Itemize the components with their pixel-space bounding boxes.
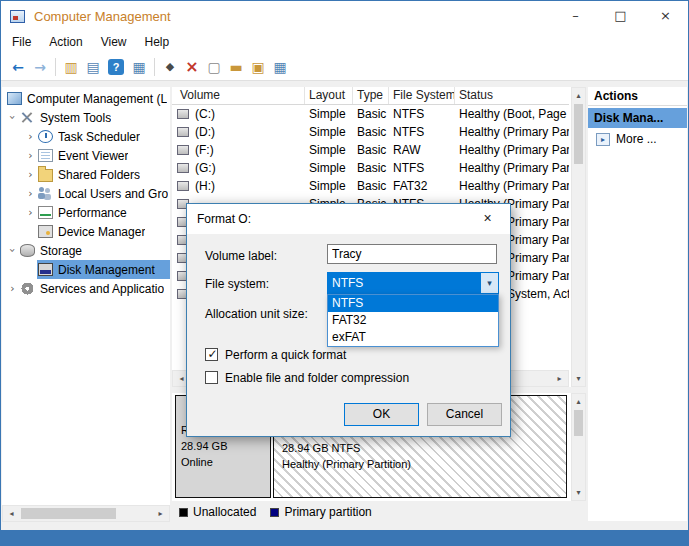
- open-folder-icon[interactable]: ▣: [247, 56, 269, 78]
- scroll-down-icon[interactable]: ▾: [572, 371, 585, 386]
- notification-icon[interactable]: ◆: [159, 56, 181, 78]
- drive-icon[interactable]: ▬: [225, 56, 247, 78]
- volume-layout: Simple: [305, 123, 353, 141]
- column-header-layout[interactable]: Layout: [305, 87, 353, 104]
- volume-status: Healthy (Boot, Page F: [455, 105, 569, 123]
- sidebar-item-performance[interactable]: › Performance: [2, 203, 170, 222]
- close-button[interactable]: ×: [643, 1, 688, 30]
- chevron-right-icon[interactable]: ›: [24, 130, 37, 143]
- table-row[interactable]: (G:) Simple Basic NTFS Healthy (Primary …: [172, 159, 569, 177]
- menu-view[interactable]: View: [92, 35, 136, 49]
- chevron-down-icon[interactable]: ▾: [481, 273, 498, 293]
- compression-label: Enable file and folder compression: [225, 371, 409, 385]
- tree-horizontal-scrollbar[interactable]: ◂ ▸: [2, 505, 170, 522]
- sidebar-item-disk-management[interactable]: Disk Management: [2, 260, 170, 279]
- dropdown-option-exfat[interactable]: exFAT: [328, 329, 498, 346]
- volume-label-input[interactable]: [327, 244, 497, 264]
- show-console-tree-icon[interactable]: ▥: [60, 56, 82, 78]
- more-actions-label: More ...: [616, 132, 657, 146]
- file-system-dropdown: NTFS FAT32 exFAT: [327, 294, 499, 347]
- scroll-up-icon[interactable]: ▴: [572, 394, 585, 409]
- sidebar-item-system-tools[interactable]: › System Tools: [2, 108, 170, 127]
- volume-status: Healthy (Primary Part: [455, 141, 569, 159]
- device-manager-icon: [38, 225, 53, 238]
- sidebar-item-label: Task Scheduler: [58, 130, 140, 144]
- task-scheduler-icon: [38, 130, 53, 143]
- window-bottom-border: [1, 530, 688, 545]
- scroll-left-icon[interactable]: ◂: [3, 506, 20, 521]
- chevron-right-icon[interactable]: ›: [24, 168, 37, 181]
- compression-row[interactable]: Enable file and folder compression: [205, 370, 409, 385]
- scrollbar-thumb[interactable]: [574, 104, 583, 164]
- table-row[interactable]: (F:) Simple Basic RAW Healthy (Primary P…: [172, 141, 569, 159]
- dialog-title-bar[interactable]: Format O: ×: [187, 204, 510, 234]
- close-icon[interactable]: ×: [465, 204, 510, 233]
- maximize-button[interactable]: □: [598, 1, 643, 30]
- forward-icon[interactable]: →: [29, 56, 51, 78]
- sidebar-item-shared-folders[interactable]: › Shared Folders: [2, 165, 170, 184]
- more-actions-item[interactable]: ▸ More ...: [588, 128, 687, 150]
- graphical-view-vertical-scrollbar[interactable]: ▴ ▾: [571, 393, 586, 501]
- dropdown-option-fat32[interactable]: FAT32: [328, 312, 498, 329]
- dialog-title: Format O:: [187, 212, 251, 226]
- quick-format-checkbox[interactable]: ✓: [205, 348, 218, 361]
- column-header-type[interactable]: Type: [353, 87, 389, 104]
- menu-file[interactable]: File: [3, 35, 40, 49]
- sidebar-item-label: Computer Management (L: [27, 92, 167, 106]
- new-volume-icon[interactable]: ▢: [203, 56, 225, 78]
- compression-checkbox[interactable]: [205, 371, 218, 384]
- views-icon[interactable]: ▦: [269, 56, 291, 78]
- chevron-down-icon[interactable]: ›: [6, 244, 19, 257]
- column-header-volume[interactable]: Volume: [172, 87, 305, 104]
- menu-action[interactable]: Action: [40, 35, 91, 49]
- table-row[interactable]: (C:) Simple Basic NTFS Healthy (Boot, Pa…: [172, 105, 569, 123]
- scroll-up-icon[interactable]: ▴: [572, 88, 585, 103]
- volume-status: Healthy (Primary Part: [455, 123, 569, 141]
- title-bar[interactable]: Computer Management – □ ×: [1, 1, 688, 31]
- volume-layout: Simple: [305, 141, 353, 159]
- scroll-down-icon[interactable]: ▾: [572, 485, 585, 500]
- file-system-select[interactable]: NTFS ▾: [327, 272, 499, 294]
- chevron-right-icon[interactable]: ›: [24, 187, 37, 200]
- sidebar-item-computer-management[interactable]: Computer Management (L: [2, 89, 170, 108]
- sidebar-item-task-scheduler[interactable]: › Task Scheduler: [2, 127, 170, 146]
- dropdown-option-ntfs[interactable]: NTFS: [328, 295, 498, 312]
- scrollbar-thumb[interactable]: [574, 410, 583, 436]
- check-icon: ✓: [206, 347, 219, 361]
- sidebar-item-label: Event Viewer: [58, 149, 128, 163]
- properties-icon[interactable]: ▦: [128, 56, 150, 78]
- sidebar-item-storage[interactable]: › Storage: [2, 241, 170, 260]
- delete-volume-icon[interactable]: ×: [181, 56, 203, 78]
- sidebar-item-services-applications[interactable]: › Services and Applicatio: [2, 279, 170, 298]
- partition-size: 28.94 GB NTFS: [282, 440, 566, 456]
- ok-button[interactable]: OK: [344, 403, 419, 426]
- sidebar-item-device-manager[interactable]: Device Manager: [2, 222, 170, 241]
- chevron-right-icon[interactable]: ›: [24, 149, 37, 162]
- quick-format-row[interactable]: ✓ Perform a quick format: [205, 347, 346, 362]
- actions-disk-management-section[interactable]: Disk Mana...: [588, 108, 687, 128]
- column-header-status[interactable]: Status: [455, 87, 569, 104]
- allocation-unit-size-label: Allocation unit size:: [205, 307, 308, 321]
- table-row[interactable]: (H:) Simple Basic FAT32 Healthy (Primary…: [172, 177, 569, 195]
- table-row[interactable]: (D:) Simple Basic NTFS Healthy (Primary …: [172, 123, 569, 141]
- chevron-right-icon[interactable]: ›: [6, 282, 19, 295]
- help-icon[interactable]: ?: [108, 59, 124, 75]
- cancel-button[interactable]: Cancel: [427, 403, 502, 426]
- sidebar-item-label: Performance: [58, 206, 127, 220]
- scrollbar-thumb[interactable]: [21, 508, 116, 519]
- volume-filesystem: NTFS: [389, 105, 455, 123]
- column-header-filesystem[interactable]: File System: [389, 87, 455, 104]
- back-icon[interactable]: ←: [7, 56, 29, 78]
- scroll-right-icon[interactable]: ▸: [551, 371, 568, 386]
- menu-help[interactable]: Help: [136, 35, 179, 49]
- chevron-right-icon[interactable]: ›: [24, 206, 37, 219]
- minimize-button[interactable]: –: [553, 1, 598, 30]
- export-list-icon[interactable]: ▤: [82, 56, 104, 78]
- volume-list-vertical-scrollbar[interactable]: ▴ ▾: [571, 87, 586, 387]
- chevron-down-icon[interactable]: ›: [6, 111, 19, 124]
- scroll-right-icon[interactable]: ▸: [152, 506, 169, 521]
- sidebar-item-event-viewer[interactable]: › Event Viewer: [2, 146, 170, 165]
- sidebar-item-label: Services and Applicatio: [40, 282, 164, 296]
- sidebar-item-local-users[interactable]: › Local Users and Gro: [2, 184, 170, 203]
- format-dialog[interactable]: Format O: × Volume label: File system: N…: [186, 203, 511, 437]
